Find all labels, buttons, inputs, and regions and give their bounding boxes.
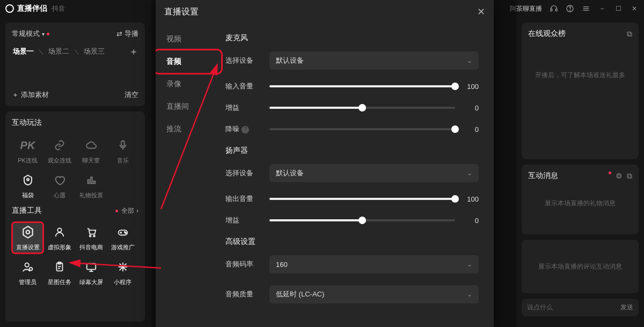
- game-promo-button[interactable]: 游戏推广: [107, 222, 138, 254]
- tools-all-button[interactable]: 全部 ›: [115, 206, 138, 215]
- help-icon[interactable]: [566, 4, 574, 13]
- clipboard-icon: [52, 259, 68, 275]
- output-volume-slider[interactable]: [269, 198, 455, 200]
- music-label: 音乐: [117, 157, 129, 165]
- greenscreen-button[interactable]: 绿幕大屏: [75, 257, 107, 288]
- avatar-button[interactable]: 虚拟形象: [43, 222, 75, 254]
- nav-room[interactable]: 直播间: [156, 96, 220, 117]
- headset-icon[interactable]: [550, 4, 558, 13]
- admin-icon: [20, 259, 36, 275]
- ec-label: 抖音电商: [79, 243, 103, 251]
- comment-input[interactable]: 说点什么: [527, 303, 553, 312]
- mic-device-label: 选择设备: [225, 56, 262, 65]
- popout-icon[interactable]: ⧉: [627, 29, 632, 39]
- mode-dropdown[interactable]: 常规模式 ▾: [12, 29, 49, 39]
- svg-point-3: [569, 10, 570, 11]
- star-task-button[interactable]: 星图任务: [43, 257, 75, 288]
- add-material-button[interactable]: ＋ 添加素材: [12, 90, 49, 100]
- chatroom-button[interactable]: 聊天室: [75, 135, 107, 167]
- director-label: 导播: [125, 29, 138, 39]
- comments-placeholder: 展示本场直播的评论互动消息: [528, 246, 632, 271]
- input-volume-slider[interactable]: [269, 85, 455, 87]
- mic-section-title: 麦克风: [225, 33, 479, 43]
- person-icon: [52, 224, 68, 240]
- speaker-gain-slider[interactable]: [269, 219, 455, 221]
- interact-title: 互动玩法: [12, 118, 138, 128]
- speaker-gain-value: 0: [463, 217, 479, 225]
- left-sidebar: 常规模式 ▾ ⇄ 导播 场景一 ＼ 场景二 ＼ 场景三 ＋ ＋ 添加素材 清空 …: [0, 17, 150, 327]
- settings-icon[interactable]: ⚙: [616, 172, 623, 181]
- dot-icon: [609, 172, 611, 174]
- add-material-label: 添加素材: [21, 90, 49, 100]
- denoise-slider[interactable]: [269, 128, 455, 130]
- director-button[interactable]: ⇄ 导播: [116, 29, 138, 39]
- svg-rect-26: [86, 264, 96, 270]
- send-button[interactable]: 发送: [620, 303, 633, 312]
- close-button[interactable]: ✕: [630, 4, 639, 13]
- scene-tab-2[interactable]: 场景二: [47, 46, 70, 57]
- user-name[interactable]: 阿茶聊直播: [510, 4, 542, 13]
- heart-icon: [52, 172, 68, 188]
- scene-tab-3[interactable]: 场景三: [83, 46, 106, 57]
- nav-audio[interactable]: 音频: [156, 51, 220, 72]
- link-icon: [52, 137, 68, 153]
- nav-video[interactable]: 视频: [156, 29, 220, 49]
- svg-point-21: [125, 233, 126, 234]
- svg-point-23: [29, 267, 32, 271]
- modal-close-button[interactable]: ✕: [477, 6, 485, 18]
- maximize-button[interactable]: ☐: [614, 4, 623, 13]
- help-icon[interactable]: ?: [241, 126, 249, 133]
- advanced-section-title: 高级设置: [225, 237, 479, 247]
- bitrate-value: 160: [276, 261, 288, 269]
- bag-button[interactable]: 福袋: [12, 170, 43, 202]
- input-volume-label: 输入音量: [225, 81, 262, 91]
- popout-icon[interactable]: ⧉: [627, 172, 632, 181]
- audience-link-button[interactable]: 观众连线: [43, 135, 75, 167]
- music-button[interactable]: 音乐: [107, 135, 138, 167]
- speaker-device-select[interactable]: 默认设备⌄: [269, 164, 479, 182]
- green-label: 绿幕大屏: [79, 278, 103, 286]
- mic-gain-value: 0: [463, 104, 479, 112]
- minimize-button[interactable]: −: [598, 4, 606, 13]
- denoise-label: 降噪?: [225, 124, 262, 134]
- admin-button[interactable]: 管理员: [12, 257, 43, 288]
- ecommerce-button[interactable]: 抖音电商: [75, 222, 107, 254]
- bars-icon: [83, 172, 99, 188]
- spark-icon: [115, 259, 131, 275]
- monitor-icon: [83, 259, 99, 275]
- scene-card: 常规模式 ▾ ⇄ 导播 场景一 ＼ 场景二 ＼ 场景三 ＋ ＋ 添加素材 清空: [5, 23, 145, 106]
- live-settings-button[interactable]: 直播设置: [12, 222, 43, 254]
- modal-title: 直播设置: [164, 6, 199, 18]
- scene-tab-1[interactable]: 场景一: [12, 46, 35, 57]
- poll-button[interactable]: 礼物投票: [75, 170, 107, 202]
- mic-icon: [115, 137, 131, 153]
- messages-card: 互动消息 ⚙⧉ 展示本场直播的礼物消息: [522, 165, 639, 234]
- mic-gain-slider[interactable]: [269, 107, 455, 109]
- chevron-down-icon: ⌄: [467, 261, 472, 268]
- bitrate-select[interactable]: 160⌄: [269, 255, 479, 273]
- mic-device-select[interactable]: 默认设备⌄: [269, 51, 479, 70]
- speaker-section-title: 扬声器: [225, 146, 479, 155]
- pk-label: PK连线: [18, 157, 38, 165]
- miniapp-button[interactable]: 小程序: [107, 257, 138, 288]
- svg-marker-12: [23, 226, 32, 238]
- pk-button[interactable]: PKPK连线: [12, 135, 43, 167]
- viewers-placeholder: 开播后，可了解本场谁送礼最多: [528, 39, 632, 80]
- pk-icon: PK: [20, 137, 36, 153]
- svg-point-14: [57, 228, 61, 232]
- wish-button[interactable]: 心愿: [43, 170, 75, 202]
- clear-button[interactable]: 清空: [125, 90, 138, 100]
- quality-value: 低延时 (LC-AC): [276, 289, 324, 299]
- nav-push[interactable]: 推流: [156, 119, 220, 139]
- divider: ＼: [37, 48, 45, 56]
- add-scene-button[interactable]: ＋: [129, 45, 138, 58]
- menu-icon[interactable]: [582, 4, 590, 13]
- bag-label: 福袋: [22, 191, 34, 199]
- star-label: 星图任务: [48, 278, 71, 286]
- all-label: 全部: [121, 206, 134, 215]
- quality-select[interactable]: 低延时 (LC-AC)⌄: [269, 285, 479, 303]
- viewers-card: 在线观众榜 ⧉ 开播后，可了解本场谁送礼最多: [522, 23, 639, 159]
- nav-record[interactable]: 录像: [156, 74, 220, 94]
- poll-label: 礼物投票: [79, 191, 103, 199]
- modal-nav: 视频 音频 录像 直播间 推流: [156, 24, 220, 327]
